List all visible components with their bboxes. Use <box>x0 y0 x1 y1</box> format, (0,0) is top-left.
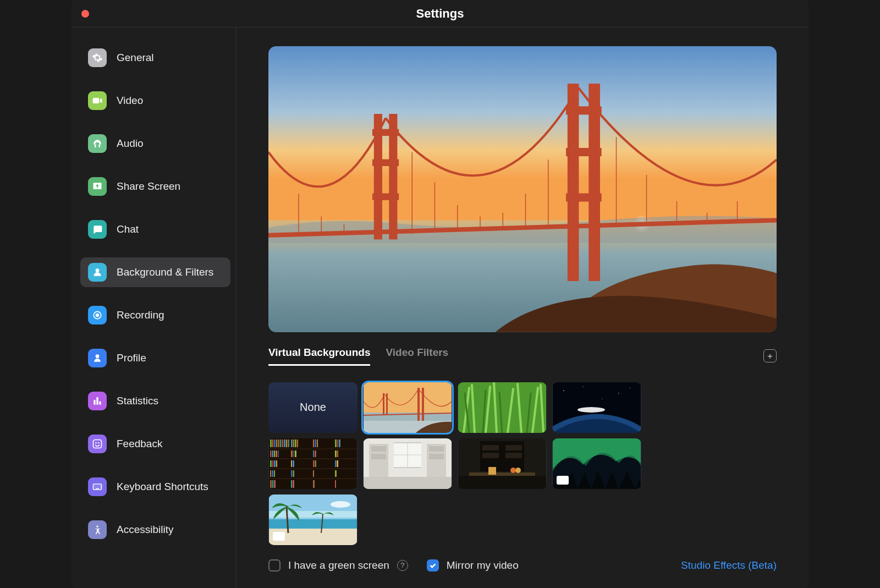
svg-rect-114 <box>313 480 315 488</box>
background-thumb-grass[interactable] <box>458 382 547 433</box>
svg-rect-90 <box>270 480 272 488</box>
green-screen-label: I have a green screen <box>288 559 389 571</box>
svg-rect-89 <box>274 470 275 477</box>
tab-virtual-backgrounds[interactable]: Virtual Backgrounds <box>268 347 370 366</box>
footer-row: I have a green screen ? Mirror my video … <box>268 559 777 571</box>
video-badge-icon <box>557 476 569 485</box>
close-window-button[interactable] <box>81 10 89 18</box>
sidebar-item-label: Profile <box>117 352 146 364</box>
svg-rect-99 <box>295 450 296 457</box>
svg-rect-41 <box>422 388 424 421</box>
svg-rect-121 <box>337 460 338 467</box>
svg-rect-117 <box>339 439 340 447</box>
svg-rect-91 <box>272 480 273 488</box>
video-preview <box>268 46 777 332</box>
svg-rect-76 <box>286 439 287 447</box>
sidebar-item-label: Accessibility <box>117 524 173 536</box>
titlebar: Settings <box>72 0 809 28</box>
svg-rect-83 <box>270 460 272 467</box>
sidebar-item-label: Statistics <box>117 395 158 407</box>
studio-effects-link[interactable]: Studio Effects (Beta) <box>681 559 777 571</box>
sidebar-item-keyboard-shortcuts[interactable]: Keyboard Shortcuts <box>80 472 230 502</box>
video-icon <box>88 91 107 110</box>
sidebar-item-audio[interactable]: Audio <box>80 129 230 158</box>
svg-rect-97 <box>291 450 293 457</box>
settings-sidebar: General Video Audio Share Screen <box>72 28 237 588</box>
sidebar-item-recording[interactable]: Recording <box>80 300 230 330</box>
person-background-icon <box>88 263 107 282</box>
sidebar-item-feedback[interactable]: Feedback <box>80 429 230 459</box>
none-label: None <box>268 382 358 433</box>
svg-rect-86 <box>276 460 277 467</box>
sidebar-item-share-screen[interactable]: Share Screen <box>80 172 230 201</box>
green-screen-checkbox[interactable] <box>268 559 280 571</box>
svg-point-59 <box>629 387 630 388</box>
svg-point-56 <box>563 390 564 391</box>
svg-rect-133 <box>371 454 386 459</box>
sidebar-item-label: General <box>117 52 154 64</box>
sidebar-item-background-filters[interactable]: Background & Filters <box>80 257 230 287</box>
background-thumb-bridge[interactable] <box>363 382 452 433</box>
sidebar-item-statistics[interactable]: Statistics <box>80 386 230 416</box>
background-thumb-aurora[interactable] <box>552 438 641 489</box>
svg-rect-143 <box>469 472 535 476</box>
svg-rect-94 <box>293 439 294 447</box>
svg-rect-134 <box>429 446 444 452</box>
green-screen-help-icon[interactable]: ? <box>397 560 408 571</box>
tab-video-filters[interactable]: Video Filters <box>386 347 448 366</box>
profile-icon <box>88 349 107 367</box>
add-background-button[interactable]: + <box>763 349 777 362</box>
svg-rect-70 <box>274 439 276 447</box>
svg-point-145 <box>510 468 516 473</box>
window-title: Settings <box>72 7 809 21</box>
accessibility-icon <box>88 520 107 539</box>
svg-rect-103 <box>293 470 294 477</box>
svg-rect-136 <box>364 477 452 489</box>
background-thumb-room-dark[interactable] <box>458 438 547 489</box>
svg-point-61 <box>578 407 605 413</box>
sidebar-item-label: Background & Filters <box>117 266 213 278</box>
svg-rect-78 <box>270 450 271 457</box>
sidebar-item-chat[interactable]: Chat <box>80 215 230 244</box>
svg-rect-73 <box>280 439 281 447</box>
svg-point-58 <box>618 393 619 393</box>
svg-point-1 <box>96 314 100 317</box>
svg-rect-35 <box>364 382 452 413</box>
sidebar-item-label: Share Screen <box>117 180 180 193</box>
green-screen-option: I have a green screen ? <box>268 559 408 571</box>
background-thumb-beach[interactable] <box>268 494 358 545</box>
svg-rect-68 <box>270 439 272 447</box>
svg-rect-102 <box>291 470 293 477</box>
svg-rect-75 <box>284 439 285 447</box>
background-thumb-library[interactable] <box>268 438 358 489</box>
svg-rect-141 <box>505 445 522 450</box>
chat-icon <box>88 220 107 239</box>
sidebar-item-video[interactable]: Video <box>80 86 230 116</box>
keyboard-icon <box>88 477 107 496</box>
background-thumb-room-white[interactable] <box>363 438 452 489</box>
sidebar-item-general[interactable]: General <box>80 43 230 73</box>
headphones-icon <box>88 134 107 153</box>
svg-rect-82 <box>278 450 279 457</box>
svg-rect-74 <box>282 439 283 447</box>
svg-point-146 <box>515 468 521 473</box>
svg-rect-115 <box>335 439 337 447</box>
svg-rect-14 <box>373 194 399 200</box>
svg-rect-85 <box>274 460 276 467</box>
mirror-video-checkbox[interactable] <box>427 559 439 571</box>
svg-rect-106 <box>313 439 314 447</box>
sidebar-item-profile[interactable]: Profile <box>80 343 230 373</box>
svg-rect-18 <box>566 149 601 156</box>
svg-rect-7 <box>268 46 777 235</box>
svg-rect-110 <box>315 450 316 457</box>
background-thumb-none[interactable]: None <box>268 382 358 433</box>
svg-point-153 <box>331 501 350 508</box>
sidebar-item-accessibility[interactable]: Accessibility <box>80 515 230 545</box>
svg-rect-96 <box>297 439 298 447</box>
background-grid: None <box>268 382 777 545</box>
svg-rect-109 <box>313 450 314 457</box>
sidebar-item-label: Audio <box>117 138 144 150</box>
svg-rect-104 <box>291 480 292 488</box>
svg-rect-119 <box>337 450 338 457</box>
background-thumb-earth[interactable] <box>552 382 641 433</box>
